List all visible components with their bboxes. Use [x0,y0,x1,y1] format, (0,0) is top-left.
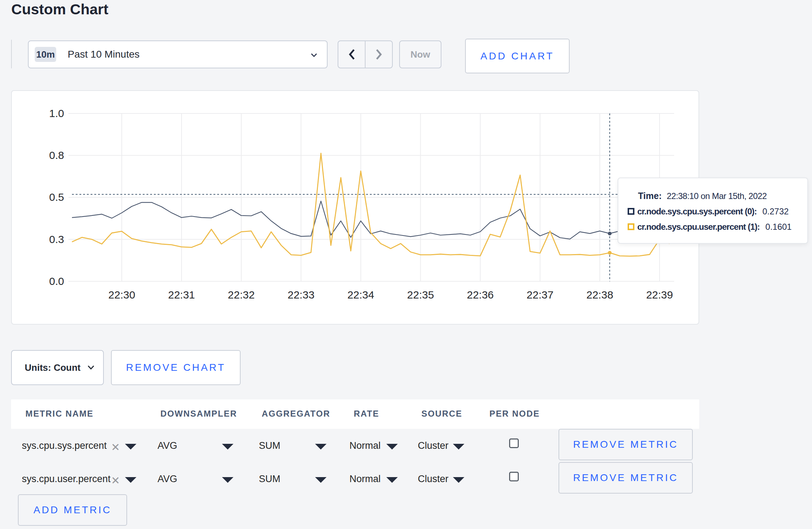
svg-text:0.5: 0.5 [49,191,64,203]
svg-text:22:36: 22:36 [467,289,494,301]
svg-text:0.3: 0.3 [49,233,64,245]
svg-text:0.8: 0.8 [49,149,64,161]
svg-text:22:35: 22:35 [407,289,434,301]
svg-text:22:38: 22:38 [586,289,613,301]
svg-text:22:39: 22:39 [646,289,673,301]
svg-text:22:30: 22:30 [108,289,135,301]
svg-text:1.0: 1.0 [49,107,64,119]
svg-text:22:33: 22:33 [287,289,314,301]
svg-text:0.0: 0.0 [49,275,64,287]
svg-text:22:34: 22:34 [347,289,374,301]
svg-text:22:31: 22:31 [168,289,195,301]
svg-text:22:32: 22:32 [228,289,255,301]
svg-text:22:37: 22:37 [527,289,554,301]
